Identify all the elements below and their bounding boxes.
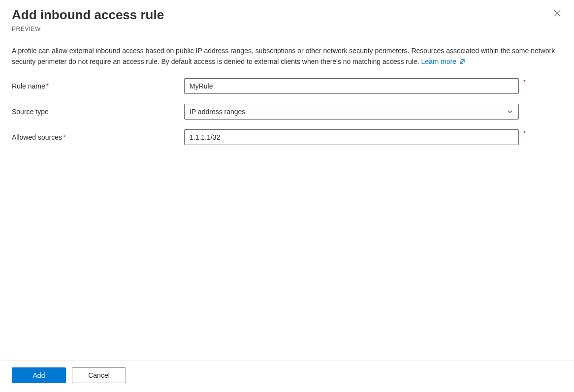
required-star-icon: * xyxy=(523,129,526,137)
required-star-icon: * xyxy=(63,133,65,141)
allowed-sources-input[interactable] xyxy=(184,129,519,145)
source-type-select[interactable]: IP address ranges xyxy=(184,104,519,120)
panel-title: Add inbound access rule xyxy=(12,7,562,24)
add-inbound-rule-panel: Add inbound access rule PREVIEW A profil… xyxy=(0,0,574,392)
close-button[interactable] xyxy=(552,9,562,19)
rule-name-input[interactable] xyxy=(184,78,519,94)
learn-more-text: Learn more xyxy=(421,58,456,65)
allowed-sources-label: Allowed sources* xyxy=(12,133,184,141)
allowed-sources-field-wrap: * xyxy=(184,129,519,145)
rule-name-row: Rule name* * xyxy=(12,78,562,94)
close-icon xyxy=(553,11,561,19)
add-button[interactable]: Add xyxy=(12,367,66,383)
panel-description: A profile can allow external inbound acc… xyxy=(12,45,558,67)
required-star-icon: * xyxy=(46,82,49,90)
cancel-button[interactable]: Cancel xyxy=(72,367,126,383)
description-text: A profile can allow external inbound acc… xyxy=(12,47,555,65)
allowed-sources-row: Allowed sources* * xyxy=(12,129,562,145)
panel-content: A profile can allow external inbound acc… xyxy=(0,36,574,360)
learn-more-link[interactable]: Learn more xyxy=(421,58,465,65)
required-star-icon: * xyxy=(523,78,526,86)
panel-footer: Add Cancel xyxy=(0,360,574,392)
external-link-icon xyxy=(458,58,465,65)
chevron-down-icon xyxy=(507,108,513,115)
source-type-field-wrap: IP address ranges xyxy=(184,104,519,120)
source-type-value: IP address ranges xyxy=(190,108,245,116)
rule-name-label-text: Rule name xyxy=(12,82,45,90)
source-type-label: Source type xyxy=(12,108,184,116)
panel-subtitle: PREVIEW xyxy=(12,26,562,32)
rule-name-field-wrap: * xyxy=(184,78,519,94)
rule-name-label: Rule name* xyxy=(12,82,184,90)
panel-header: Add inbound access rule PREVIEW xyxy=(0,0,574,36)
source-type-row: Source type IP address ranges xyxy=(12,104,562,120)
source-type-label-text: Source type xyxy=(12,108,49,116)
allowed-sources-label-text: Allowed sources xyxy=(12,133,62,141)
